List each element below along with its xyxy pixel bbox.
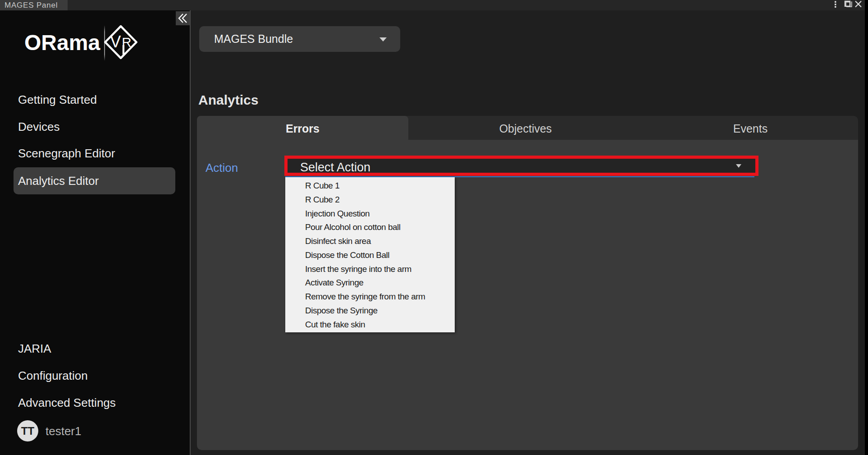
svg-text:V: V [110, 32, 121, 51]
svg-text:R: R [122, 35, 131, 50]
